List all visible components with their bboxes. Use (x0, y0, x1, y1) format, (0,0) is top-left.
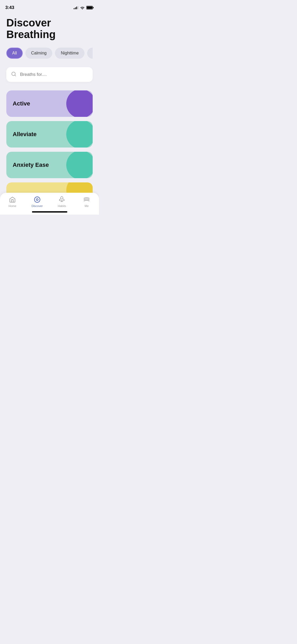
search-icon (11, 71, 16, 78)
home-icon (9, 196, 16, 203)
status-time: 3:43 (5, 5, 14, 10)
category-card-alleviate[interactable]: Alleviate (6, 121, 93, 148)
card-blob-alleviate (66, 121, 93, 148)
me-icon (83, 196, 90, 203)
card-label-alleviate: Alleviate (13, 131, 37, 138)
svg-rect-2 (87, 7, 92, 9)
filter-tabs: All Calming Nighttime Energizing (6, 48, 93, 59)
filter-tab-energizing[interactable]: Energizing (87, 48, 93, 59)
nav-item-me[interactable]: Me (74, 196, 99, 208)
nav-item-home[interactable]: Home (0, 196, 25, 208)
card-label-anxiety: Anxiety Ease (13, 162, 49, 168)
card-blob-active (66, 90, 93, 117)
page-title: Discover Breathing (6, 17, 93, 40)
card-label-active: Active (13, 100, 30, 107)
card-blob-anxiety (66, 152, 93, 178)
card-blob-fourth (66, 182, 93, 193)
nav-item-discover[interactable]: Discover (25, 196, 50, 208)
search-container (6, 67, 93, 82)
category-card-active[interactable]: Active (6, 90, 93, 117)
category-card-anxiety[interactable]: Anxiety Ease (6, 152, 93, 178)
svg-rect-1 (93, 7, 94, 8)
filter-tab-nighttime[interactable]: Nighttime (55, 48, 84, 59)
bottom-nav: Home Discover Habits (0, 193, 99, 215)
category-card-fourth[interactable] (6, 182, 93, 193)
nav-item-habits[interactable]: Habits (50, 196, 74, 208)
signal-icon (74, 6, 78, 9)
wifi-icon (80, 6, 85, 10)
discover-icon (34, 196, 41, 203)
nav-label-habits: Habits (58, 204, 66, 208)
status-icons (74, 6, 94, 10)
nav-label-discover: Discover (31, 204, 43, 208)
svg-point-5 (34, 197, 40, 203)
status-bar: 3:43 (0, 0, 99, 12)
filter-tab-all[interactable]: All (6, 48, 23, 59)
nav-label-me: Me (84, 204, 88, 208)
home-indicator (32, 211, 67, 213)
battery-icon (86, 6, 94, 10)
filter-tab-calming[interactable]: Calming (25, 48, 53, 59)
search-input[interactable] (6, 67, 93, 82)
svg-line-4 (15, 75, 16, 76)
main-content: Discover Breathing All Calming Nighttime… (0, 12, 99, 193)
svg-point-6 (36, 199, 38, 201)
nav-label-home: Home (8, 204, 16, 208)
habits-icon (58, 196, 65, 203)
